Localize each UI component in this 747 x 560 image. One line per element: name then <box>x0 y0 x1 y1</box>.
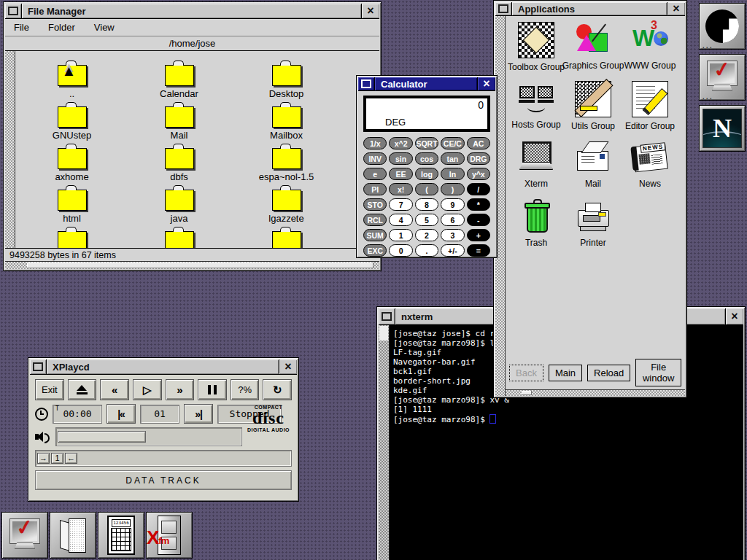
calc-button[interactable]: 1/x <box>363 137 387 149</box>
back-button[interactable]: ← <box>65 453 77 464</box>
window-menu-button[interactable] <box>30 359 47 374</box>
app-item[interactable]: Hosts Group <box>508 81 565 140</box>
close-button[interactable]: × <box>361 4 379 18</box>
window-menu-button[interactable] <box>358 77 375 90</box>
scrollbar-thumb[interactable] <box>27 262 374 268</box>
previous-track-button[interactable]: |« <box>107 404 136 424</box>
calc-button[interactable]: . <box>415 244 438 257</box>
vertical-scrollbar[interactable] <box>5 51 15 248</box>
file-window-button[interactable]: File window <box>635 359 681 386</box>
news-icon[interactable]: NEWS <box>632 140 667 175</box>
folder-item[interactable]: dbfs <box>125 143 233 184</box>
app-item[interactable]: Xterm <box>508 140 565 199</box>
dock-tile[interactable]: 123456 <box>98 512 144 559</box>
folder-item[interactable]: Mail <box>125 101 233 143</box>
calc-button[interactable]: 9 <box>441 198 464 211</box>
dock-tile[interactable]: ✓ <box>1 512 48 559</box>
utils-group-icon[interactable] <box>575 81 611 117</box>
folder-menu[interactable]: Folder <box>48 22 75 33</box>
folder-item[interactable] <box>233 226 340 248</box>
folder-icon[interactable] <box>165 148 194 169</box>
calc-button[interactable]: 1 <box>389 229 412 241</box>
folder-item[interactable]: .. <box>18 60 125 101</box>
view-menu[interactable]: View <box>94 22 115 33</box>
play-button[interactable]: ▷ <box>133 379 162 400</box>
close-button[interactable]: × <box>725 308 743 324</box>
file-menu[interactable]: File <box>14 22 29 33</box>
folder-item[interactable]: GNUstep <box>18 101 125 143</box>
eject-button[interactable] <box>68 379 97 400</box>
folder-icon[interactable] <box>58 190 87 211</box>
shuffle-button[interactable]: ?% <box>231 379 260 400</box>
folder-icon[interactable] <box>272 231 301 248</box>
calc-button[interactable]: 4 <box>389 214 412 226</box>
folder-icon[interactable] <box>272 148 301 169</box>
folder-icon[interactable] <box>272 106 301 128</box>
xterm-icon[interactable] <box>519 140 554 175</box>
calc-button[interactable]: 3 <box>441 229 464 241</box>
calc-button[interactable]: log <box>415 168 438 180</box>
app-item[interactable]: Printer <box>565 199 622 258</box>
app-item[interactable]: NEWS News <box>622 140 678 199</box>
calc-button[interactable]: EE <box>389 168 412 180</box>
folder-item[interactable]: lgazzete <box>233 184 340 226</box>
xplaycd-titlebar[interactable]: XPlaycd × <box>30 359 297 375</box>
forward-button[interactable]: » <box>166 379 195 400</box>
volume-slider-thumb[interactable] <box>58 431 146 443</box>
horizontal-scrollbar[interactable] <box>506 389 685 396</box>
dock-tile[interactable]: N <box>699 105 746 152</box>
horizontal-scrollbar[interactable] <box>5 261 379 269</box>
folder-icon[interactable] <box>58 231 87 248</box>
calc-button[interactable]: ( <box>415 183 438 195</box>
folder-item[interactable]: Desktop <box>233 60 340 101</box>
close-button[interactable]: × <box>477 77 495 90</box>
calc-button[interactable]: SUM <box>363 229 387 241</box>
calc-button[interactable]: SQRT <box>415 137 438 149</box>
calc-button[interactable]: RCL <box>363 214 387 226</box>
folder-icon[interactable] <box>165 190 194 211</box>
folder-item[interactable]: espa~nol-1.5 <box>233 143 340 184</box>
calc-button[interactable]: tan <box>441 152 464 165</box>
track-1-button[interactable]: 1 <box>51 453 63 464</box>
calc-button[interactable]: cos <box>415 152 438 165</box>
calc-button[interactable]: e <box>363 168 387 180</box>
calc-button[interactable]: * <box>467 198 490 211</box>
app-item[interactable]: W 3 WWW Group <box>622 22 678 81</box>
repeat-button[interactable]: ↻ <box>263 379 292 400</box>
calculator-titlebar[interactable]: Calculator × <box>358 77 495 91</box>
calc-button[interactable]: ) <box>441 183 464 195</box>
folder-item[interactable]: Mailbox <box>233 101 340 143</box>
exit-button[interactable]: Exit <box>35 379 64 400</box>
calc-button[interactable]: x^2 <box>389 137 412 149</box>
volume-slider[interactable] <box>55 427 242 446</box>
app-item[interactable]: Graphics Group <box>565 22 622 81</box>
calc-button[interactable]: 7 <box>389 198 412 211</box>
close-button[interactable]: × <box>279 359 297 374</box>
window-menu-button[interactable] <box>495 2 512 15</box>
dock-tile[interactable]: Xfm <box>146 512 193 559</box>
folder-icon[interactable] <box>58 148 87 169</box>
back-button[interactable]: Back <box>509 365 543 381</box>
printer-icon[interactable] <box>576 199 611 234</box>
calc-button[interactable]: PI <box>363 183 387 195</box>
folder-item[interactable]: axhome <box>18 143 125 184</box>
calc-button[interactable]: STO <box>363 198 387 211</box>
advance-button[interactable]: → <box>37 453 50 464</box>
calc-button[interactable]: DRG <box>467 152 490 165</box>
dock-tile[interactable] <box>50 512 96 559</box>
graphics-group-icon[interactable] <box>576 22 611 57</box>
app-item[interactable]: Utils Group <box>565 81 622 140</box>
app-item[interactable]: Editor Group <box>622 81 678 140</box>
close-button[interactable]: × <box>667 2 685 15</box>
hosts-group-icon[interactable] <box>519 81 554 116</box>
folder-item[interactable]: html <box>18 184 125 226</box>
calc-button[interactable]: 5 <box>415 214 438 226</box>
calc-button[interactable]: +/- <box>441 244 464 257</box>
applications-titlebar[interactable]: Applications × <box>495 2 685 16</box>
scrollbar-thumb[interactable] <box>522 391 532 395</box>
terminal-scrollbar[interactable] <box>379 325 390 560</box>
app-item[interactable]: Trash <box>508 199 565 258</box>
calc-button[interactable]: x! <box>389 183 412 195</box>
folder-icon[interactable] <box>165 231 194 248</box>
folder-icon[interactable] <box>272 65 301 86</box>
